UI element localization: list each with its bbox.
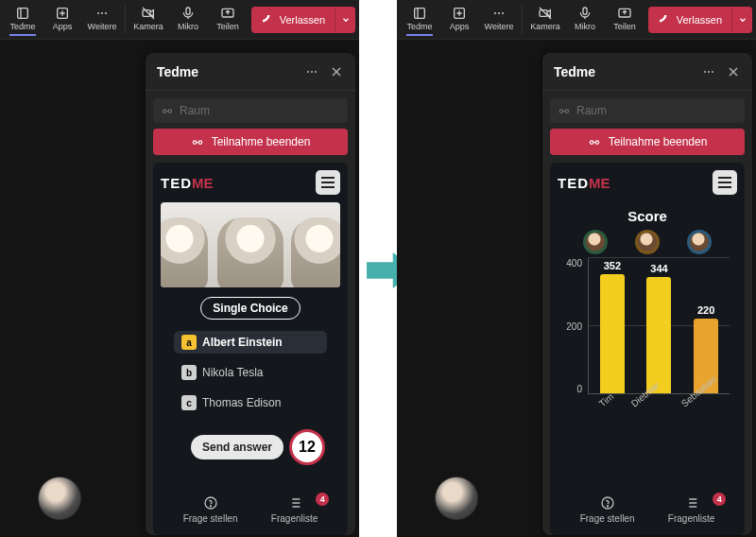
room-field[interactable]: Raum [550, 98, 745, 123]
toolbar-item-more[interactable]: Weitere [83, 6, 121, 33]
toolbar-label: Weitere [485, 22, 514, 31]
question-type-pill: Single Choice [200, 297, 300, 320]
tedme-menu-button[interactable] [713, 170, 737, 195]
help-circle-icon [600, 495, 615, 511]
send-answer-button[interactable]: Send answer [191, 435, 284, 459]
bar-value-label: 344 [650, 263, 667, 274]
tedme-panel: Tedme Raum Teilnahme beenden [146, 53, 355, 535]
leave-label: Verlassen [677, 14, 722, 26]
glasses-icon [191, 135, 204, 148]
tab-label: Frage stellen [580, 513, 635, 524]
tab-label: Fragenliste [271, 513, 318, 524]
svg-point-3 [101, 12, 103, 14]
toolbar-item-apps[interactable]: Apps [43, 6, 81, 33]
svg-point-12 [168, 110, 172, 113]
answer-option-c[interactable]: c Thomas Edison [174, 391, 327, 414]
svg-point-14 [198, 141, 202, 145]
mic-icon [180, 6, 196, 21]
tab-question-list[interactable]: Fragenliste 4 [668, 495, 714, 524]
tab-ask-question[interactable]: Frage stellen [580, 495, 635, 524]
participant-avatar[interactable] [38, 476, 81, 520]
svg-point-4 [105, 12, 107, 14]
answer-text: Albert Einstein [202, 336, 283, 349]
tedme-panel: Tedme Raum Teilnahme beenden [542, 53, 752, 535]
question-image [161, 202, 340, 287]
toolbar-item-mic[interactable]: Mikro [169, 6, 207, 33]
svg-point-30 [590, 141, 593, 145]
toolbar-divider [522, 6, 523, 34]
toolbar-item-more[interactable]: Weitere [480, 6, 518, 33]
mic-icon [577, 6, 593, 21]
toolbar-label: Apps [450, 22, 470, 31]
list-count-badge: 4 [713, 493, 726, 506]
score-bar-chart: 4002000 352344220 TimDietmarSebastian [561, 258, 733, 419]
hangup-icon [658, 13, 671, 26]
y-tick-label: 200 [561, 321, 582, 332]
end-participation-button[interactable]: Teilnahme beenden [550, 129, 745, 155]
svg-point-25 [704, 71, 706, 73]
tab-question-list[interactable]: Fragenliste 4 [271, 495, 318, 524]
room-label: Raum [576, 104, 607, 117]
leave-button[interactable]: Verlassen [648, 7, 731, 33]
player-avatar [635, 230, 660, 254]
leave-button-group: Verlassen [648, 7, 752, 33]
toolbar-label: Apps [53, 22, 73, 31]
panel-icon [15, 6, 30, 21]
tedme-logo: TEDME [558, 175, 610, 191]
camera-off-icon [141, 6, 156, 21]
panel-more-icon[interactable] [701, 64, 716, 79]
svg-point-16 [210, 506, 211, 507]
tedme-menu-button[interactable] [316, 170, 340, 195]
toolbar-item-share[interactable]: Teilen [209, 6, 247, 33]
leave-button[interactable]: Verlassen [251, 7, 335, 33]
answer-text: Nikola Tesla [202, 366, 263, 379]
toolbar-item-tedme[interactable]: Tedme [401, 6, 438, 33]
participant-avatar[interactable] [435, 476, 478, 520]
answer-option-a[interactable]: a Albert Einstein [174, 331, 327, 354]
share-screen-icon [617, 6, 632, 21]
svg-point-29 [565, 110, 569, 113]
panel-more-icon[interactable] [304, 64, 319, 79]
leave-label: Verlassen [280, 14, 325, 26]
tedme-bottom-tabs: Frage stellen Fragenliste 4 [558, 488, 737, 528]
y-tick-label: 0 [561, 384, 582, 394]
toolbar-label: Kamera [530, 22, 560, 31]
tab-ask-question[interactable]: Frage stellen [183, 495, 238, 524]
plus-square-icon [452, 6, 467, 21]
panel-close-icon[interactable] [329, 64, 344, 79]
toolbar-item-camera[interactable]: Kamera [526, 6, 564, 33]
glasses-icon [558, 104, 571, 117]
toolbar-item-camera[interactable]: Kamera [129, 6, 167, 33]
toolbar-label: Tedme [406, 22, 432, 31]
svg-point-2 [97, 12, 99, 14]
y-tick-label: 400 [561, 258, 582, 268]
svg-point-20 [498, 12, 500, 14]
tedme-card-quiz: TEDME Single Choice a Albert Einstein b … [153, 163, 348, 535]
toolbar-item-share[interactable]: Teilen [606, 6, 644, 33]
toolbar-item-mic[interactable]: Mikro [566, 6, 604, 33]
room-field[interactable]: Raum [153, 98, 348, 123]
svg-point-21 [502, 12, 504, 14]
svg-point-26 [708, 71, 710, 73]
share-screen-icon [220, 6, 235, 21]
glasses-icon [588, 135, 601, 148]
score-title: Score [558, 208, 737, 224]
list-icon [684, 495, 699, 511]
help-circle-icon [203, 495, 218, 511]
svg-point-9 [311, 71, 313, 73]
toolbar-item-apps[interactable]: Apps [440, 6, 478, 33]
leave-button-group: Verlassen [251, 7, 355, 33]
toolbar-divider [125, 6, 126, 34]
bar [646, 277, 671, 393]
panel-close-icon[interactable] [726, 64, 741, 79]
leave-dropdown[interactable] [335, 7, 355, 33]
svg-rect-6 [186, 8, 190, 14]
toolbar-item-tedme[interactable]: Tedme [4, 6, 42, 33]
answer-option-b[interactable]: b Nikola Tesla [174, 361, 327, 384]
end-participation-button[interactable]: Teilnahme beenden [153, 129, 348, 155]
svg-point-10 [315, 71, 317, 73]
tedme-card-score: TEDME Score 4002000 352344220 TimDietmar… [550, 163, 745, 535]
x-tick-label: Tim [597, 391, 625, 420]
player-avatar [583, 230, 608, 254]
leave-dropdown[interactable] [731, 7, 752, 33]
